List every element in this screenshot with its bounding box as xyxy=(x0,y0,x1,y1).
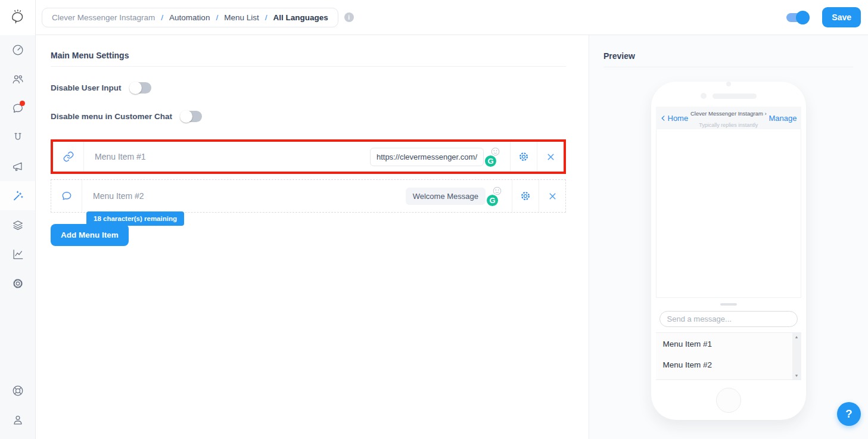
disable-user-input-label: Disable User Input xyxy=(51,83,122,92)
menu-list-scrollbar[interactable]: ▲ ▼ xyxy=(792,333,801,379)
breadcrumb-separator: / xyxy=(161,13,163,22)
sidebar-item-dashboard[interactable] xyxy=(0,35,35,64)
save-button[interactable]: Save xyxy=(822,7,861,27)
add-menu-item-button[interactable]: Add Menu Item xyxy=(51,224,129,246)
sidebar-item-settings[interactable] xyxy=(0,269,35,298)
breadcrumb-automation[interactable]: Automation xyxy=(169,13,210,22)
megaphone-icon xyxy=(11,160,24,173)
sidebar-item-analytics[interactable] xyxy=(0,239,35,269)
chat-header-title-block[interactable]: Clever Messenger Instagram › Typically r… xyxy=(688,107,769,129)
emoji-picker[interactable]: G xyxy=(488,184,506,208)
sidebar-item-live-chat[interactable] xyxy=(0,94,35,123)
phone-camera-icon xyxy=(701,93,707,99)
menu-item-settings-button[interactable] xyxy=(512,180,539,212)
breadcrumb-page-name[interactable]: Clever Messenger Instagram xyxy=(52,13,155,22)
menu-item-delete-button[interactable] xyxy=(537,142,564,172)
back-home-label: Home xyxy=(668,114,689,123)
link-icon xyxy=(63,151,74,163)
drawer-handle[interactable] xyxy=(720,303,737,306)
breadcrumb-menu-list[interactable]: Menu List xyxy=(224,13,259,22)
message-input[interactable] xyxy=(659,311,798,327)
breadcrumb-separator: / xyxy=(216,13,218,22)
person-icon xyxy=(11,413,24,426)
breadcrumb: Clever Messenger Instagram / Automation … xyxy=(42,8,338,27)
breadcrumb-all-languages[interactable]: All Languages xyxy=(273,13,328,22)
phone-speaker-bar xyxy=(713,94,757,99)
scroll-down-icon[interactable]: ▼ xyxy=(795,373,799,378)
phone-camera-dot xyxy=(726,82,731,86)
sidebar-item-broadcasting[interactable] xyxy=(0,152,35,181)
phone-menu-list: Menu Item #1 Menu Item #2 ▲ ▼ xyxy=(656,332,801,380)
chevron-right-icon: › xyxy=(765,110,767,117)
grammarly-badge[interactable]: G xyxy=(486,194,499,207)
page-title: Main Menu Settings xyxy=(51,51,566,67)
menu-item-title-input[interactable] xyxy=(95,152,359,161)
chart-icon xyxy=(11,248,24,261)
sidebar-spacer xyxy=(0,298,35,376)
sidebar-item-flows[interactable] xyxy=(0,210,35,239)
menu-item-title-cell xyxy=(82,180,406,212)
chat-header-subtitle: Typically replies instantly xyxy=(699,122,758,128)
menu-item-row-2: Welcome Message G xyxy=(51,179,566,213)
preview-panel: Preview Home Clever xyxy=(589,35,868,439)
chat-header: Home Clever Messenger Instagram › Typica… xyxy=(656,107,801,129)
help-button[interactable]: ? xyxy=(837,402,861,426)
menu-item-url-field[interactable]: https://clevermessenger.com/ xyxy=(370,148,484,166)
sidebar-item-automation[interactable] xyxy=(0,181,35,210)
character-count-tooltip: 18 character(s) remaining xyxy=(86,211,184,226)
sidebar xyxy=(0,0,36,439)
clever-messenger-logo-icon xyxy=(9,9,27,27)
toggle-knob xyxy=(129,82,142,94)
preview-title: Preview xyxy=(603,51,853,67)
menu-item-row-1: https://clevermessenger.com/ G xyxy=(53,142,564,172)
disable-user-input-row: Disable User Input xyxy=(51,82,566,94)
menu-item-value-cell: https://clevermessenger.com/ G xyxy=(370,142,510,172)
sidebar-item-contacts[interactable] xyxy=(0,64,35,94)
menu-item-reply-field[interactable]: Welcome Message xyxy=(406,188,486,205)
app-logo[interactable] xyxy=(0,0,35,35)
toggle-knob xyxy=(180,110,192,123)
menu-item-title-cell xyxy=(84,142,370,172)
disable-menu-customer-chat-row: Disable menu in Customer Chat xyxy=(51,111,566,122)
phone-home-button[interactable] xyxy=(716,388,741,413)
disable-user-input-toggle[interactable] xyxy=(130,82,151,94)
red-highlight-annotation: https://clevermessenger.com/ G xyxy=(51,139,566,174)
chat-bubble-icon xyxy=(61,190,73,202)
layers-icon xyxy=(11,219,24,232)
sidebar-item-growth-tools[interactable] xyxy=(0,123,35,152)
notification-dot xyxy=(20,101,25,106)
gear-icon xyxy=(518,151,530,163)
magnet-icon xyxy=(11,131,24,144)
gear-icon xyxy=(519,190,531,202)
grammarly-badge[interactable]: G xyxy=(484,154,497,168)
sidebar-item-support[interactable] xyxy=(0,376,35,405)
scroll-up-icon[interactable]: ▲ xyxy=(795,335,799,339)
sidebar-item-profile[interactable] xyxy=(0,405,35,434)
topbar: Clever Messenger Instagram / Automation … xyxy=(36,0,868,35)
phone-menu-item-2[interactable]: Menu Item #2 xyxy=(656,354,801,375)
disable-menu-customer-chat-label: Disable menu in Customer Chat xyxy=(51,112,172,121)
phone-mockup: Home Clever Messenger Instagram › Typica… xyxy=(651,82,806,420)
menu-item-type-cell[interactable] xyxy=(53,142,84,172)
menu-item-value-cell: Welcome Message G xyxy=(406,180,512,212)
menu-item-settings-button[interactable] xyxy=(510,142,537,172)
menu-item-delete-button[interactable] xyxy=(539,180,565,212)
phone-menu-item-1[interactable]: Menu Item #1 xyxy=(656,333,801,354)
gear-icon xyxy=(11,277,24,290)
people-icon xyxy=(11,73,24,86)
app-window: Clever Messenger Instagram / Automation … xyxy=(0,0,868,439)
publish-toggle[interactable] xyxy=(786,13,808,22)
menu-item-type-cell[interactable] xyxy=(51,180,82,212)
chat-messages-area xyxy=(656,129,801,298)
chevron-left-icon xyxy=(660,115,667,122)
lifebuoy-icon xyxy=(11,384,24,397)
menu-item-title-input[interactable] xyxy=(93,191,395,201)
info-icon[interactable]: i xyxy=(344,13,354,22)
manage-button[interactable]: Manage xyxy=(769,114,797,123)
emoji-picker[interactable]: G xyxy=(486,145,504,169)
disable-menu-customer-chat-toggle[interactable] xyxy=(181,111,202,122)
gauge-icon xyxy=(11,43,24,57)
toggle-knob xyxy=(796,11,810,24)
chat-header-title: Clever Messenger Instagram xyxy=(690,110,763,117)
back-home-button[interactable]: Home xyxy=(660,114,689,123)
